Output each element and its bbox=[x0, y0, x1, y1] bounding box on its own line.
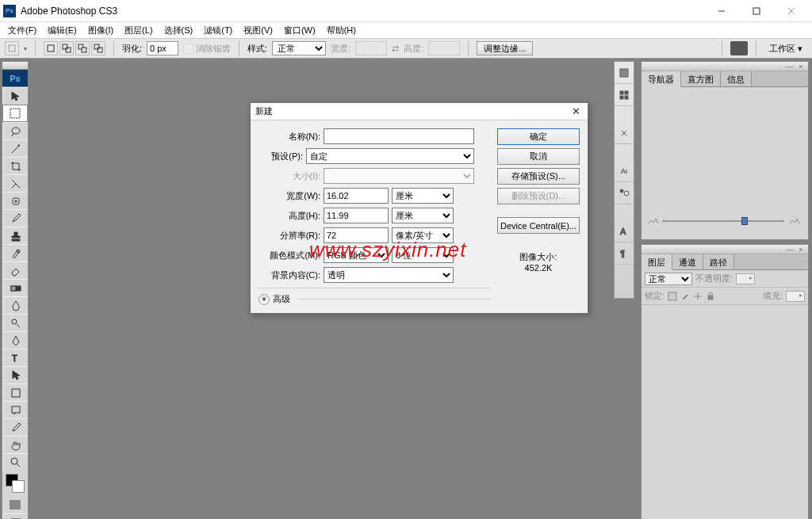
svg-rect-26 bbox=[625, 91, 628, 94]
zoom-slider[interactable] bbox=[662, 220, 784, 222]
tab-info[interactable]: 信息 bbox=[721, 71, 752, 86]
brush-tool[interactable] bbox=[2, 209, 28, 227]
color-swatches[interactable] bbox=[2, 471, 28, 496]
sel-sub-icon[interactable] bbox=[75, 41, 90, 55]
style-select[interactable]: 正常 bbox=[272, 41, 326, 55]
tab-histogram[interactable]: 直方图 bbox=[681, 71, 721, 86]
svg-point-18 bbox=[12, 319, 17, 324]
lock-move-icon[interactable] bbox=[693, 292, 703, 301]
height-input[interactable] bbox=[324, 208, 389, 223]
refine-edge-button[interactable]: 调整边缘... bbox=[477, 41, 533, 55]
preset-select[interactable]: 自定 bbox=[306, 148, 474, 164]
res-unit-select[interactable]: 像素/英寸 bbox=[392, 227, 454, 243]
history-brush-tool[interactable] bbox=[2, 244, 28, 261]
panel-close-icon[interactable]: × bbox=[797, 246, 805, 253]
background-color[interactable] bbox=[12, 480, 25, 493]
feather-input[interactable]: 0 px bbox=[147, 41, 178, 55]
blur-tool[interactable] bbox=[2, 296, 28, 314]
advanced-toggle[interactable]: ¥ 高级 bbox=[259, 288, 491, 305]
zoom-tool[interactable] bbox=[2, 453, 28, 471]
cancel-button[interactable]: 取消 bbox=[497, 148, 580, 165]
svg-rect-33 bbox=[668, 292, 676, 300]
path-select-tool[interactable] bbox=[2, 366, 28, 384]
menu-file[interactable]: 文件(F) bbox=[3, 23, 41, 38]
menu-window[interactable]: 窗口(W) bbox=[279, 23, 320, 38]
lock-trans-icon[interactable] bbox=[668, 292, 677, 301]
lock-paint-icon[interactable] bbox=[680, 292, 690, 301]
tab-layers[interactable]: 图层 bbox=[642, 254, 672, 270]
menu-filter[interactable]: 滤镜(T) bbox=[199, 23, 237, 38]
close-button[interactable] bbox=[774, 2, 809, 21]
sel-new-icon[interactable] bbox=[44, 41, 58, 55]
opacity-value[interactable] bbox=[736, 273, 755, 284]
eraser-tool[interactable] bbox=[2, 261, 28, 279]
svg-text:¶: ¶ bbox=[620, 249, 625, 258]
dock-swatches-icon[interactable] bbox=[615, 84, 634, 106]
menu-image[interactable]: 图像(I) bbox=[83, 23, 118, 38]
width-input[interactable] bbox=[324, 188, 389, 204]
device-central-button[interactable]: Device Central(E)... bbox=[497, 217, 580, 234]
dock-para-icon[interactable]: A bbox=[615, 220, 634, 242]
dialog-close-button[interactable]: ✕ bbox=[569, 105, 583, 117]
blend-mode-select[interactable]: 正常 bbox=[645, 273, 692, 285]
dock-styles-icon[interactable] bbox=[615, 122, 634, 144]
tab-paths[interactable]: 路径 bbox=[703, 254, 734, 269]
zoom-out-icon[interactable] bbox=[648, 218, 659, 224]
hand-tool[interactable] bbox=[2, 436, 28, 453]
mode-select[interactable]: RGB 颜色 bbox=[324, 247, 389, 263]
width-unit-select[interactable]: 厘米 bbox=[392, 188, 454, 204]
screenmode-button[interactable] bbox=[2, 513, 28, 519]
fill-value[interactable] bbox=[786, 291, 805, 302]
maximize-button[interactable] bbox=[739, 2, 774, 21]
eyedropper-tool[interactable] bbox=[2, 418, 28, 436]
bg-select[interactable]: 透明 bbox=[324, 267, 454, 283]
tool-preset-icon[interactable] bbox=[5, 41, 19, 55]
gradient-tool[interactable] bbox=[2, 279, 28, 296]
dodge-tool[interactable] bbox=[2, 314, 28, 331]
stamp-tool[interactable] bbox=[2, 227, 28, 244]
menu-layer[interactable]: 图层(L) bbox=[120, 23, 157, 38]
dock-color-icon[interactable] bbox=[615, 62, 634, 84]
bridge-icon[interactable] bbox=[730, 41, 748, 55]
dock-char-icon[interactable] bbox=[615, 160, 634, 182]
selection-mode-group bbox=[44, 41, 105, 55]
panel-close-icon[interactable]: × bbox=[797, 63, 805, 70]
swap-icon[interactable]: ⇄ bbox=[392, 44, 399, 54]
move-tool[interactable] bbox=[2, 87, 28, 105]
panel-min-icon[interactable]: — bbox=[786, 63, 794, 70]
menu-select[interactable]: 选择(S) bbox=[159, 23, 198, 38]
zoom-in-icon[interactable] bbox=[787, 218, 802, 224]
panel-min-icon[interactable]: — bbox=[786, 246, 794, 253]
save-preset-button[interactable]: 存储预设(S)... bbox=[497, 168, 580, 185]
notes-tool[interactable] bbox=[2, 401, 28, 418]
quickmask-toggle[interactable] bbox=[2, 496, 28, 513]
tab-channels[interactable]: 通道 bbox=[672, 254, 703, 269]
menu-view[interactable]: 视图(V) bbox=[239, 23, 278, 38]
lasso-tool[interactable] bbox=[2, 122, 28, 139]
workspace-dropdown[interactable]: 工作区 ▾ bbox=[764, 43, 807, 55]
pen-tool[interactable] bbox=[2, 331, 28, 349]
menu-help[interactable]: 帮助(H) bbox=[322, 23, 361, 38]
marquee-tool[interactable] bbox=[2, 105, 28, 122]
height-unit-select[interactable]: 厘米 bbox=[392, 208, 454, 223]
toolbox-grip[interactable] bbox=[2, 62, 28, 70]
crop-tool[interactable] bbox=[2, 157, 28, 174]
depth-select[interactable]: 8 位 bbox=[392, 247, 454, 263]
lock-all-icon[interactable] bbox=[706, 292, 715, 301]
shape-tool[interactable] bbox=[2, 384, 28, 401]
heal-tool[interactable] bbox=[2, 192, 28, 209]
res-input[interactable] bbox=[324, 227, 389, 243]
dock-brushes-icon[interactable] bbox=[615, 182, 634, 204]
slice-tool[interactable] bbox=[2, 174, 28, 192]
wand-tool[interactable] bbox=[2, 139, 28, 157]
type-tool[interactable]: T bbox=[2, 349, 28, 366]
tab-navigator[interactable]: 导航器 bbox=[642, 71, 681, 87]
ok-button[interactable]: 确定 bbox=[497, 128, 580, 145]
antialias-check[interactable]: 消除锯齿 bbox=[183, 43, 231, 55]
menu-edit[interactable]: 编辑(E) bbox=[43, 23, 82, 38]
dock-paragraph-icon[interactable]: ¶ bbox=[615, 242, 634, 265]
sel-add-icon[interactable] bbox=[59, 41, 74, 55]
name-input[interactable] bbox=[324, 128, 474, 144]
sel-int-icon[interactable] bbox=[91, 41, 105, 55]
minimize-button[interactable] bbox=[704, 2, 739, 21]
